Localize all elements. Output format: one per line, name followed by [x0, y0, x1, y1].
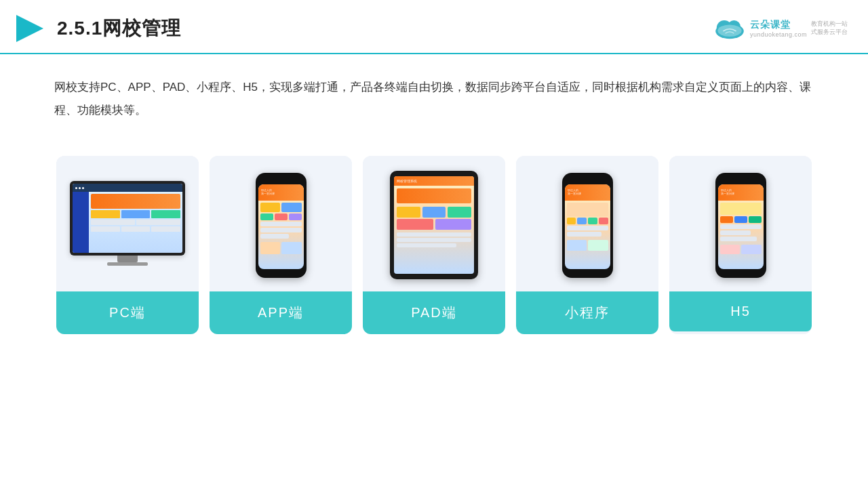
card-h5-label: H5 [669, 291, 812, 331]
page-title: 2.5.1网校管理 [57, 16, 181, 41]
card-h5: 职达人的第一堂问课 [669, 156, 812, 334]
logo-slogan: 教育机构一站式服务云平台 [811, 20, 848, 36]
phone-mockup: 职达人的第一堂问课 [256, 173, 307, 278]
miniprogram-phone-mockup: 职达人的第一堂问课 [562, 173, 613, 278]
card-miniprogram: 职达人的第一堂问课 [516, 156, 658, 334]
cloud-logo-icon [713, 16, 746, 41]
card-pad-label: PAD端 [363, 291, 505, 334]
monitor-mockup [70, 181, 185, 269]
card-app: 职达人的第一堂问课 [210, 156, 352, 334]
h5-phone-mockup: 职达人的第一堂问课 [715, 173, 766, 278]
svg-point-4 [717, 24, 741, 37]
logo-area: 云朵课堂 yunduoketang.com 教育机构一站式服务云平台 [713, 16, 848, 41]
header: 2.5.1网校管理 云朵课堂 yunduoketang.com 教育机构一站式服… [0, 0, 868, 54]
card-pc: PC端 [56, 156, 199, 334]
card-pad-image: 网校管理系统 [363, 156, 505, 291]
card-app-label: APP端 [210, 291, 352, 334]
card-miniprogram-image: 职达人的第一堂问课 [516, 156, 658, 291]
svg-marker-0 [16, 15, 43, 42]
play-icon [14, 12, 46, 45]
card-miniprogram-label: 小程序 [516, 291, 658, 334]
card-h5-image: 职达人的第一堂问课 [669, 156, 812, 291]
card-app-image: 职达人的第一堂问课 [210, 156, 352, 291]
tablet-mockup: 网校管理系统 [390, 171, 478, 279]
card-pc-label: PC端 [56, 291, 199, 334]
header-left: 2.5.1网校管理 [14, 12, 181, 45]
cards-container: PC端 职达人的第一堂问课 [0, 136, 868, 334]
logo-text: 云朵课堂 yunduoketang.com [750, 19, 807, 38]
card-pad: 网校管理系统 [363, 156, 505, 334]
card-pc-image [56, 156, 199, 291]
description-text: 网校支持PC、APP、PAD、小程序、H5，实现多端打通，产品各终端自由切换，数… [0, 54, 868, 136]
